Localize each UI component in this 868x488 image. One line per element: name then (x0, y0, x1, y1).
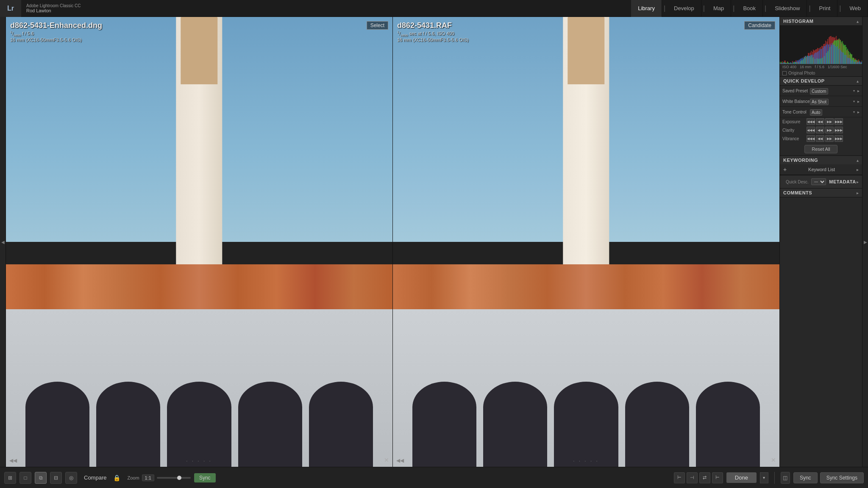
hist-iso: ISO 400 (782, 65, 796, 69)
loupe-view-btn[interactable]: □ (19, 472, 31, 484)
compare-panels: d862-5431-Enhanced.dng 1/1600 f / 5.6 16… (6, 17, 779, 467)
exposure-btn-ff[interactable]: ▶▶ (825, 118, 834, 125)
exposure-btn-dd[interactable]: ◀◀ (816, 118, 824, 125)
metadata-header[interactable]: Quick Desc. — Metadata ▸ (780, 175, 862, 188)
people-view-btn[interactable]: ◎ (65, 472, 77, 484)
grid-view-btn[interactable]: ⊞ (4, 472, 16, 484)
left-badge: Select (367, 21, 388, 30)
nav-next-btn[interactable]: ⊢ (712, 472, 723, 483)
compare-view-btn[interactable]: ⧉ (35, 472, 47, 484)
arch-r4 (625, 382, 689, 467)
clarity-btn-fff[interactable]: ▶▶▶ (835, 127, 843, 133)
vibrance-btn-ff[interactable]: ▶▶ (825, 135, 834, 142)
nav-tab-slideshow[interactable]: Slideshow (768, 0, 807, 17)
clarity-btn-dd[interactable]: ◀◀ (816, 127, 824, 133)
tone-control-expand-icon[interactable]: ▸ (857, 110, 860, 114)
sync-button[interactable]: Sync (194, 473, 216, 482)
compare-view: d862-5431-Enhanced.dng 1/1600 f / 5.6 16… (6, 17, 779, 467)
vibrance-btn-dd[interactable]: ◀◀ (816, 135, 824, 142)
keywording-arrow-icon: ▴ (857, 158, 859, 163)
white-balance-expand-icon[interactable]: ▸ (857, 99, 860, 104)
lock-icon[interactable]: 🔒 (113, 474, 120, 481)
app-logo: Lr (0, 0, 21, 17)
add-keyword-icon[interactable]: + (783, 166, 787, 173)
done-button[interactable]: Done (726, 472, 757, 483)
reset-all-button[interactable]: Reset All (804, 145, 837, 153)
arches-right (412, 372, 760, 467)
exposure-btn-fff[interactable]: ▶▶▶ (835, 118, 843, 125)
zoom-label: Zoom (127, 475, 139, 480)
zoom-slider-thumb (177, 476, 181, 480)
vibrance-btn-fff[interactable]: ▶▶▶ (835, 135, 843, 142)
divider (774, 472, 775, 484)
tone-control-row: Tone Control Auto ▸ (780, 107, 862, 117)
original-photo-checkbox[interactable] (782, 71, 787, 75)
compare-label: Compare (81, 474, 110, 481)
nav-swap-btn[interactable]: ⇄ (699, 472, 710, 483)
arch-3 (167, 382, 231, 467)
clarity-btn-ddd[interactable]: ◀◀◀ (807, 127, 815, 133)
logo-text: Lr (7, 5, 14, 12)
nav-tab-library[interactable]: Library (631, 0, 662, 17)
hist-focal: 16 mm (800, 65, 812, 69)
panel-toggle-left-bottom[interactable]: ◫ (781, 472, 790, 484)
exposure-btn-ddd[interactable]: ◀◀◀ (807, 118, 815, 125)
keywording-title: Keywording (783, 158, 818, 163)
nav-tab-web[interactable]: Web (843, 0, 868, 17)
left-panel-close[interactable]: ✕ (384, 457, 389, 463)
left-meta-shutter: 1/1600 f / 5.6 (10, 30, 102, 37)
zoom-slider[interactable] (157, 477, 191, 479)
left-panel-arrows: ◀◀ (9, 458, 17, 463)
comments-header[interactable]: Comments ▸ (780, 189, 862, 197)
white-balance-select[interactable]: As Shot (810, 99, 829, 105)
quick-desc-label: Quick Desc. (786, 180, 809, 184)
hist-aperture: f / 5.6 (815, 65, 825, 69)
hist-shutter: 1/1600 Sec (828, 65, 847, 69)
nav-prev-btn[interactable]: ⊣ (687, 472, 698, 483)
right-panel: Histogram ▴ ISO 400 16 mm f / 5.6 1/1600… (779, 17, 862, 467)
right-panel-dots: · · · · · (573, 459, 599, 463)
saved-preset-select-wrapper: Custom (810, 87, 856, 94)
nav-tab-print[interactable]: Print (812, 0, 838, 17)
metadata-arrow-icon: ▸ (857, 180, 859, 184)
white-balance-select-wrapper: As Shot (810, 97, 856, 105)
library-sync-button[interactable]: Sync (793, 472, 818, 483)
histogram-section: Histogram ▴ ISO 400 16 mm f / 5.6 1/1600… (780, 17, 862, 77)
quick-develop-header[interactable]: Quick Develop ▴ (780, 77, 862, 86)
keywording-header[interactable]: Keywording ▴ (780, 156, 862, 164)
comments-arrow-icon: ▸ (857, 191, 859, 195)
nav-first-btn[interactable]: ⊢ (674, 472, 685, 483)
right-panel-toggle[interactable]: ▶ (862, 17, 868, 467)
nav-tab-map[interactable]: Map (707, 0, 731, 17)
vibrance-btn-ddd[interactable]: ◀◀◀ (807, 135, 815, 142)
nav-tab-book[interactable]: Book (736, 0, 763, 17)
right-panel-close[interactable]: ✕ (771, 457, 776, 463)
left-panel-dots: · · · · · (186, 459, 212, 463)
survey-view-btn[interactable]: ⊟ (50, 472, 62, 484)
nav-tab-develop[interactable]: Develop (667, 0, 701, 17)
arch-r5 (696, 382, 760, 467)
histogram-header[interactable]: Histogram ▴ (780, 17, 862, 26)
grand-building-right (393, 309, 779, 467)
arch-r2 (483, 382, 547, 467)
white-balance-row: White Balance As Shot ▸ (780, 96, 862, 107)
quick-develop-section: Quick Develop ▴ Saved Preset Custom ▸ Wh… (780, 77, 862, 156)
metadata-preset-select[interactable]: — (811, 178, 826, 185)
app-name: Adobe Lightroom Classic CC (26, 3, 81, 8)
saved-preset-select[interactable]: Custom (810, 88, 828, 94)
saved-preset-expand-icon[interactable]: ▸ (857, 89, 860, 93)
saved-preset-label: Saved Preset (782, 89, 810, 93)
clarity-btn-ff[interactable]: ▶▶ (825, 127, 834, 133)
done-caret[interactable]: ▾ (760, 472, 768, 483)
tone-control-select[interactable]: Auto (810, 109, 822, 116)
panel-icon: ◫ (783, 475, 787, 481)
arches-left (25, 372, 373, 467)
left-panel-toggle[interactable]: ◀ (0, 17, 6, 467)
keyword-list-label[interactable]: Keyword List (808, 167, 835, 172)
compare-icon: ⧉ (39, 475, 43, 481)
right-badge: Candidate (744, 21, 775, 30)
histogram-canvas (780, 26, 862, 64)
sync-settings-button[interactable]: Sync Settings (820, 472, 864, 483)
top-bar: Lr Adobe Lightroom Classic CC Rod Lawton… (0, 0, 868, 17)
exposure-label: Exposure (782, 119, 806, 124)
